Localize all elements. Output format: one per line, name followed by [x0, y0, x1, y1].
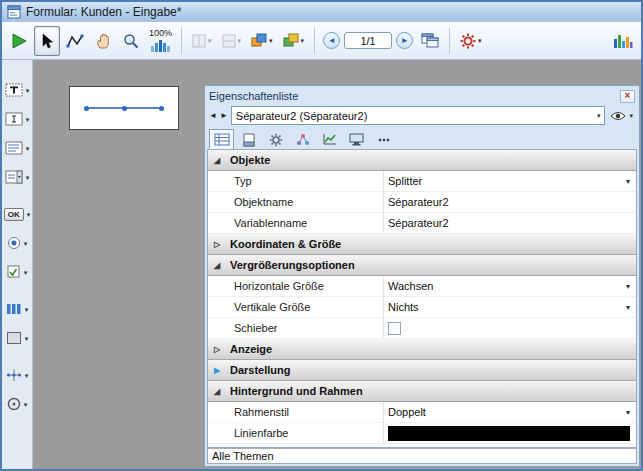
- property-value-schieber[interactable]: [384, 318, 636, 338]
- dropdown-arrow-icon[interactable]: ▾: [626, 303, 632, 312]
- chevron-down-icon[interactable]: ▾: [26, 116, 30, 123]
- property-value-rahmenstil[interactable]: Doppelt▾: [384, 402, 636, 422]
- run-form-button[interactable]: [6, 26, 32, 56]
- select-tool-button[interactable]: [34, 26, 60, 56]
- tool-edit-field[interactable]: ▾: [5, 109, 30, 129]
- tab-page[interactable]: [236, 129, 261, 149]
- view-options-button[interactable]: [609, 26, 637, 56]
- property-value-typ[interactable]: Splitter▾: [384, 171, 636, 191]
- chevron-down-icon[interactable]: ▾: [25, 335, 29, 342]
- property-label: Vertikale Größe: [208, 297, 384, 317]
- chevron-down-icon[interactable]: ▾: [26, 145, 30, 152]
- property-label: Typ: [208, 171, 384, 191]
- tool-checkbox[interactable]: ▾: [7, 262, 28, 282]
- chevron-down-icon: ▾: [301, 37, 305, 44]
- property-value-text: Séparateur2: [388, 196, 632, 208]
- selection-handle[interactable]: [84, 106, 89, 111]
- property-value-vertikale-gr-e[interactable]: Nichts▾: [384, 297, 636, 317]
- chevron-down-icon[interactable]: ▾: [26, 174, 30, 181]
- checkbox[interactable]: [388, 322, 401, 335]
- settings-button[interactable]: ▾: [456, 26, 486, 56]
- chevron-down-icon[interactable]: ▾: [27, 211, 31, 218]
- chevron-down-icon[interactable]: ▾: [25, 372, 29, 379]
- section-header-objekte[interactable]: ◢Objekte: [208, 150, 636, 171]
- tab-chart[interactable]: [317, 129, 342, 149]
- dropdown-arrow-icon[interactable]: ▾: [626, 408, 632, 417]
- property-grid-tab-icon: [214, 133, 230, 146]
- tab-settings[interactable]: [263, 129, 288, 149]
- play-icon: [10, 32, 28, 50]
- dropdown-arrow-icon[interactable]: ▾: [626, 177, 632, 186]
- properties-tab-strip: [207, 127, 637, 149]
- visibility-button[interactable]: ▾: [608, 111, 635, 121]
- tool-splitter[interactable]: ▾: [6, 365, 29, 385]
- design-canvas[interactable]: Eigenschaftenliste × ◄ ► Séparateur2 (Sé…: [33, 60, 641, 469]
- close-button[interactable]: ×: [620, 90, 635, 103]
- tool-combobox[interactable]: ▾: [5, 167, 30, 187]
- main-area: ▾ ▾ ▾ ▾ OK ▾: [2, 60, 641, 469]
- zoom-bars-icon: [150, 38, 172, 53]
- tool-ok-button[interactable]: OK ▾: [4, 204, 31, 224]
- property-label: Objektname: [208, 192, 384, 212]
- chevron-down-icon[interactable]: ▾: [24, 240, 28, 247]
- section-header-hintergrund-und-rahmen[interactable]: ◢Hintergrund und Rahmen: [208, 381, 636, 402]
- order-objects-button[interactable]: ▾: [279, 26, 309, 56]
- zoom-level-control[interactable]: 100%: [146, 24, 175, 58]
- polyline-tool-button[interactable]: [62, 26, 88, 56]
- section-label: Objekte: [230, 154, 270, 166]
- tool-ellipse[interactable]: ▾: [7, 394, 28, 414]
- gear-icon: [460, 33, 476, 49]
- chevron-down-icon[interactable]: ▾: [25, 306, 29, 313]
- tool-radiobutton[interactable]: ▾: [7, 233, 28, 253]
- next-object-button[interactable]: ►: [220, 111, 228, 120]
- object-selector-dropdown[interactable]: Séparateur2 (Séparateur2) ▾: [231, 106, 606, 125]
- section-header-koordinaten-gr-e[interactable]: ▷Koordinaten & Größe: [208, 234, 636, 255]
- relations-tab-icon: [295, 133, 311, 146]
- page-indicator-field[interactable]: 1/1: [344, 32, 392, 49]
- property-value-variablenname[interactable]: Séparateur2: [384, 213, 636, 233]
- selection-handle[interactable]: [122, 106, 127, 111]
- titlebar[interactable]: Formular: Kunden - Eingabe*: [2, 2, 641, 22]
- splitter-object[interactable]: [86, 107, 162, 109]
- section-header-darstellung[interactable]: ▶Darstellung: [208, 360, 636, 381]
- panel-tool-icon: [6, 331, 22, 345]
- tab-relations[interactable]: [290, 129, 315, 149]
- window-layout-button[interactable]: [417, 26, 443, 56]
- tab-more[interactable]: [371, 129, 396, 149]
- prev-page-button[interactable]: ◄: [323, 32, 340, 49]
- chevron-down-icon[interactable]: ▾: [24, 401, 28, 408]
- section-header-vergr-erungsoptionen[interactable]: ◢Vergrößerungsoptionen: [208, 255, 636, 276]
- zoom-level-label: 100%: [149, 28, 172, 38]
- group-objects-button[interactable]: ▾: [247, 26, 277, 56]
- dropdown-arrow-icon[interactable]: ▾: [626, 282, 632, 291]
- property-value-objektname[interactable]: Séparateur2: [384, 192, 636, 212]
- chevron-down-icon: ▾: [629, 112, 633, 119]
- form-object-container[interactable]: [69, 86, 179, 130]
- tab-property-grid[interactable]: [209, 129, 234, 149]
- chevron-down-icon[interactable]: ▾: [26, 87, 30, 94]
- next-page-button[interactable]: ►: [396, 32, 413, 49]
- page-tab-icon: [243, 133, 255, 147]
- edit-field-tool-icon: [5, 112, 23, 126]
- section-header-anzeige[interactable]: ▷Anzeige: [208, 339, 636, 360]
- color-swatch[interactable]: [388, 426, 630, 441]
- property-value-horizontale-gr-e[interactable]: Wachsen▾: [384, 276, 636, 296]
- splitter-tool-icon: [6, 367, 22, 383]
- prev-object-button[interactable]: ◄: [209, 111, 217, 120]
- tool-button-bar[interactable]: ▾: [6, 299, 29, 319]
- split-layout-button[interactable]: ▾: [188, 26, 216, 56]
- form-designer-window: Formular: Kunden - Eingabe*: [0, 0, 643, 471]
- arrange-layout-button[interactable]: ▾: [218, 26, 246, 56]
- property-value-linienfarbe[interactable]: [384, 423, 636, 443]
- chevron-down-icon[interactable]: ▾: [24, 269, 28, 276]
- tool-panel[interactable]: ▾: [6, 328, 29, 348]
- tab-display[interactable]: [344, 129, 369, 149]
- pan-tool-button[interactable]: [90, 26, 116, 56]
- properties-panel-titlebar[interactable]: Eigenschaftenliste ×: [207, 88, 637, 104]
- collapse-icon: ◢: [214, 261, 224, 270]
- tool-label[interactable]: ▾: [5, 80, 30, 100]
- selection-handle[interactable]: [159, 106, 164, 111]
- collapse-icon: ◢: [214, 387, 224, 396]
- tool-listbox[interactable]: ▾: [5, 138, 30, 158]
- zoom-tool-button[interactable]: [118, 26, 144, 56]
